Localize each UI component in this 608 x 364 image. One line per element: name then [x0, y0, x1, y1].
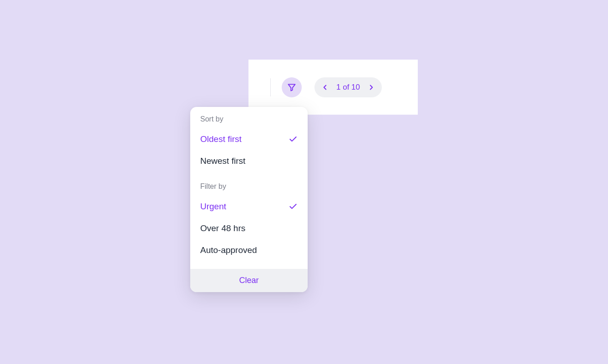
filter-button[interactable] — [282, 77, 302, 97]
pager-prev-button[interactable] — [321, 83, 329, 91]
check-icon — [289, 135, 298, 144]
pager-text: 1 of 10 — [336, 83, 360, 92]
check-icon — [289, 202, 298, 211]
popover-body: Sort by Oldest first Newest first Filter… — [190, 107, 308, 269]
filter-option-urgent[interactable]: Urgent — [200, 197, 298, 216]
pager-next-button[interactable] — [367, 83, 375, 91]
filter-by-label: Filter by — [200, 182, 298, 191]
sort-by-label: Sort by — [200, 115, 298, 123]
filter-option-label: Over 48 hrs — [200, 223, 245, 233]
funnel-icon — [287, 83, 296, 92]
pager: 1 of 10 — [314, 77, 382, 97]
toolbar-divider — [270, 78, 271, 96]
chevron-right-icon — [367, 83, 375, 91]
clear-button[interactable]: Clear — [190, 269, 308, 292]
filter-option-label: Urgent — [200, 202, 226, 212]
toolbar: 1 of 10 — [248, 60, 418, 115]
filter-option-over-48-hrs[interactable]: Over 48 hrs — [200, 219, 298, 238]
sort-option-label: Newest first — [200, 156, 245, 166]
filter-option-label: Auto-approved — [200, 245, 257, 255]
sort-option-oldest-first[interactable]: Oldest first — [200, 130, 298, 149]
filter-popover: Sort by Oldest first Newest first Filter… — [190, 107, 308, 292]
sort-option-label: Oldest first — [200, 134, 242, 144]
sort-option-newest-first[interactable]: Newest first — [200, 152, 298, 171]
chevron-left-icon — [321, 83, 329, 91]
filter-option-auto-approved[interactable]: Auto-approved — [200, 241, 298, 260]
clear-button-label: Clear — [239, 276, 258, 285]
